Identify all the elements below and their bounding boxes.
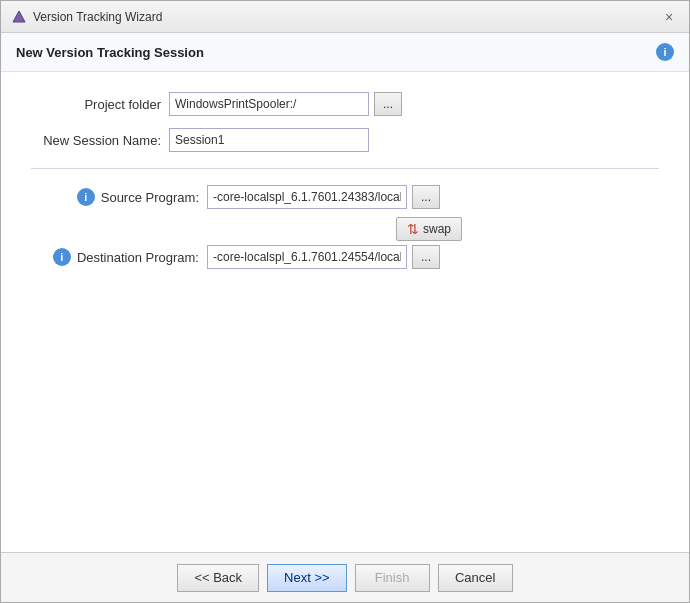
source-label-group: i Source Program:	[31, 188, 199, 206]
project-folder-browse-button[interactable]: ...	[374, 92, 402, 116]
form-content: Project folder ... New Session Name: i S…	[1, 72, 689, 552]
title-bar-left: Version Tracking Wizard	[11, 9, 162, 25]
project-folder-group: Project folder ...	[31, 92, 659, 116]
footer: << Back Next >> Finish Cancel	[1, 552, 689, 602]
swap-row: ⇅ swap	[31, 217, 659, 241]
session-name-group: New Session Name:	[31, 128, 659, 152]
source-program-row: i Source Program: ...	[31, 185, 659, 209]
session-name-label: New Session Name:	[31, 133, 161, 148]
app-icon	[11, 9, 27, 25]
back-button[interactable]: << Back	[177, 564, 259, 592]
destination-program-input[interactable]	[207, 245, 407, 269]
title-bar: Version Tracking Wizard ×	[1, 1, 689, 33]
swap-label: swap	[423, 222, 451, 236]
source-program-browse-button[interactable]: ...	[412, 185, 440, 209]
source-program-input[interactable]	[207, 185, 407, 209]
swap-button[interactable]: ⇅ swap	[396, 217, 462, 241]
project-folder-input[interactable]	[169, 92, 369, 116]
divider-1	[31, 168, 659, 169]
next-button[interactable]: Next >>	[267, 564, 347, 592]
main-window: Version Tracking Wizard × New Version Tr…	[0, 0, 690, 603]
source-program-label: Source Program:	[101, 190, 199, 205]
programs-section: i Source Program: ... ⇅ swap i Destinati…	[31, 185, 659, 269]
cancel-button[interactable]: Cancel	[438, 564, 513, 592]
session-name-input[interactable]	[169, 128, 369, 152]
window-title: Version Tracking Wizard	[33, 10, 162, 24]
close-button[interactable]: ×	[659, 7, 679, 27]
section-header: New Version Tracking Session i	[1, 33, 689, 72]
destination-label-group: i Destination Program:	[31, 248, 199, 266]
finish-button[interactable]: Finish	[355, 564, 430, 592]
source-info-icon[interactable]: i	[77, 188, 95, 206]
project-folder-label: Project folder	[31, 97, 161, 112]
svg-marker-0	[13, 11, 25, 22]
section-info-icon[interactable]: i	[656, 43, 674, 61]
destination-program-browse-button[interactable]: ...	[412, 245, 440, 269]
destination-program-row: i Destination Program: ...	[31, 245, 659, 269]
section-title: New Version Tracking Session	[16, 45, 204, 60]
destination-info-icon[interactable]: i	[53, 248, 71, 266]
swap-icon: ⇅	[407, 221, 419, 237]
destination-program-label: Destination Program:	[77, 250, 199, 265]
